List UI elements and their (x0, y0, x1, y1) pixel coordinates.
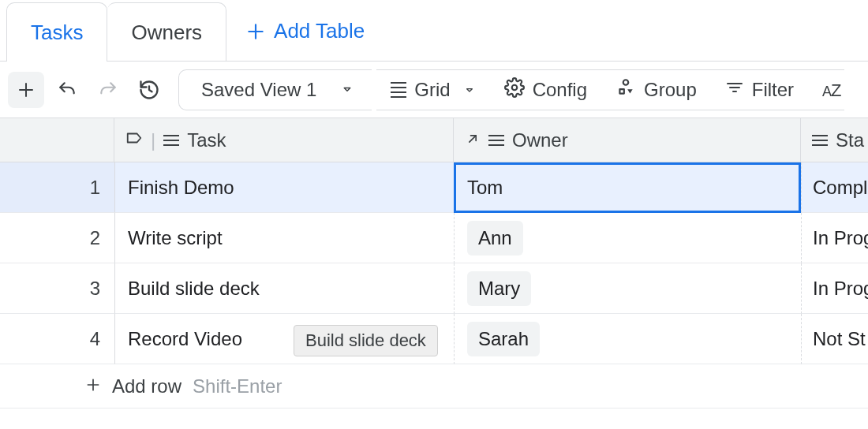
cell-value: In Prog (813, 278, 868, 300)
cell-status[interactable]: In Prog (801, 213, 868, 263)
add-row-label: Add row (112, 375, 181, 397)
chevron-down-icon (463, 79, 476, 101)
owner-chip: Ann (467, 221, 523, 256)
add-table-button[interactable]: Add Table (226, 2, 383, 61)
filter-label: Filter (752, 79, 794, 101)
column-task-label: Task (187, 129, 226, 151)
row-number[interactable]: 1 (0, 162, 114, 213)
column-header-status[interactable]: Sta (801, 118, 868, 162)
plus-icon (85, 375, 101, 397)
cell-status[interactable]: In Prog (801, 263, 868, 314)
saved-view-label: Saved View 1 (201, 79, 316, 101)
cell-owner[interactable]: Sarah (454, 314, 801, 364)
cell-owner[interactable]: Tom (454, 162, 801, 213)
cell-value: Not St (813, 328, 866, 350)
row-number-header (0, 118, 114, 162)
gear-icon (504, 77, 525, 103)
cell-owner[interactable]: Ann (454, 213, 801, 263)
row-number[interactable]: 4 (0, 314, 114, 364)
add-table-label: Add Table (274, 19, 365, 43)
column-header-task[interactable]: | Task (114, 118, 454, 162)
owner-chip: Mary (467, 271, 531, 306)
group-icon (615, 77, 636, 103)
tag-icon (125, 129, 143, 151)
cell-value: Write script (128, 227, 223, 249)
text-icon (488, 135, 504, 146)
config-button[interactable]: Config (490, 77, 601, 103)
cell-task[interactable]: Build slide deck (114, 263, 454, 314)
cell-task[interactable]: Write script (114, 213, 454, 263)
config-label: Config (533, 79, 587, 101)
list-icon (391, 82, 406, 98)
filter-button[interactable]: Filter (711, 78, 808, 102)
add-row-hint: Shift-Enter (193, 375, 282, 397)
group-label: Group (644, 79, 697, 101)
grid-view-button[interactable]: Grid (376, 79, 489, 101)
row-number[interactable]: 2 (0, 213, 114, 263)
tooltip: Build slide deck (294, 325, 438, 356)
toolbar: Saved View 1 Grid Config Group (0, 62, 868, 118)
cell-value: In Prog (813, 227, 868, 249)
link-arrow-icon (465, 129, 481, 151)
plus-icon (245, 21, 266, 42)
cell-value: Tom (467, 177, 503, 199)
tab-tasks[interactable]: Tasks (6, 2, 107, 62)
column-owner-label: Owner (512, 129, 568, 151)
row-number[interactable]: 3 (0, 263, 114, 314)
add-row-button[interactable]: Add row Shift-Enter (0, 364, 868, 408)
data-grid: | Task Owner Sta 1 Finish Demo Tom Compl… (0, 118, 868, 408)
cell-value: Compl (813, 177, 867, 199)
undo-button[interactable] (49, 72, 85, 108)
column-status-label: Sta (836, 129, 864, 151)
cell-task[interactable]: Finish Demo (114, 162, 454, 213)
view-controls: Grid Config Group Filter AZ (376, 69, 844, 110)
group-button[interactable]: Group (601, 77, 711, 103)
sort-button[interactable]: AZ (808, 79, 844, 101)
chevron-down-icon (340, 79, 354, 101)
add-button[interactable] (8, 72, 44, 108)
text-icon (163, 135, 179, 146)
svg-point-1 (623, 80, 629, 85)
svg-rect-2 (619, 89, 623, 93)
column-header-owner[interactable]: Owner (454, 118, 801, 162)
cell-value: Build slide deck (128, 278, 260, 300)
history-button[interactable] (131, 72, 167, 108)
text-icon (812, 135, 828, 146)
table-tabs: Tasks Owners Add Table (0, 0, 868, 62)
grid-label: Grid (414, 79, 450, 101)
sort-az-icon: AZ (822, 79, 840, 101)
cell-owner[interactable]: Mary (454, 263, 801, 314)
svg-point-0 (511, 84, 517, 90)
cell-status[interactable]: Not St (801, 314, 868, 364)
cell-value: Finish Demo (128, 177, 234, 199)
cell-value: Record Video (128, 328, 242, 350)
redo-button (90, 72, 126, 108)
tab-owners[interactable]: Owners (107, 2, 226, 62)
filter-icon (725, 78, 744, 102)
saved-view-dropdown[interactable]: Saved View 1 (178, 69, 372, 110)
owner-chip: Sarah (467, 322, 540, 356)
cell-status[interactable]: Compl (801, 162, 868, 213)
